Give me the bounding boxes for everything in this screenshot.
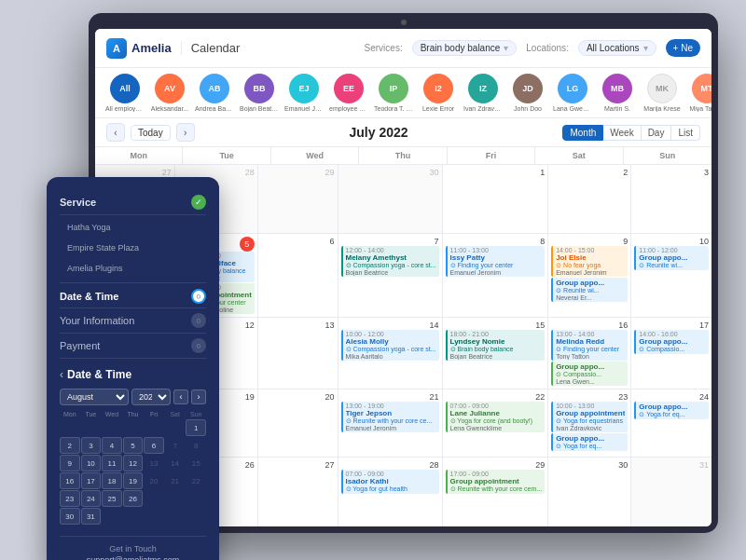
cal-event[interactable]: 11:00 - 13:00 Issy Patty ⊙ Finding your … xyxy=(446,246,546,277)
cal-cell: 30 xyxy=(338,165,443,234)
cal-event[interactable]: Group appo... ⊙ Yoga for eq... xyxy=(551,433,628,451)
list-view-button[interactable]: List xyxy=(671,125,700,141)
locations-filter[interactable]: All Locations ▾ xyxy=(578,40,656,56)
cal-event[interactable]: Group appo... ⊙ Compassio... Lena Gwen..… xyxy=(551,362,628,386)
cal-event[interactable]: 13:00 - 14:00 Melinda Redd ⊙ Finding you… xyxy=(551,330,628,361)
step-empire-state: Empire State Plaza xyxy=(60,236,206,256)
cal-day-31[interactable]: 31 xyxy=(81,508,102,525)
cal-cell: 29 xyxy=(258,165,338,234)
cal-cell[interactable]: 29 17:00 - 09:00 Group appointment ⊙ Reu… xyxy=(443,458,549,526)
month-view-button[interactable]: Month xyxy=(562,125,603,141)
employee-item[interactable]: JD John Doo xyxy=(509,74,546,112)
prev-cal-button[interactable]: ‹ xyxy=(173,389,188,404)
support-email[interactable]: support@ameliatms.com xyxy=(60,555,206,560)
cal-day-18[interactable]: 18 xyxy=(102,472,122,489)
cal-cell[interactable]: 8 11:00 - 13:00 Issy Patty ⊙ Finding you… xyxy=(443,234,549,318)
cal-cell[interactable]: 21 13:00 - 19:00 Tiger Jepson ⊙ Reunite … xyxy=(338,389,443,458)
view-buttons: Month Week Day List xyxy=(562,125,700,141)
cal-cell: 2 xyxy=(548,165,631,234)
step-payment[interactable]: Payment ○ xyxy=(60,334,206,359)
step-amelia-plugins: Amelia Plugins xyxy=(60,256,206,283)
employee-item[interactable]: LG Lana Gwem... xyxy=(554,74,591,112)
cal-cell[interactable]: 23 10:00 - 13:00 Group appointment ⊙ Yog… xyxy=(548,389,631,458)
day-header: Tue xyxy=(183,147,270,164)
services-filter[interactable]: Brain body balance ▾ xyxy=(412,40,518,56)
cal-event[interactable]: 17:00 - 09:00 Group appointment ⊙ Reunit… xyxy=(446,470,546,494)
app-logo: A Amelia xyxy=(106,38,172,59)
cal-cell[interactable]: 17 14:00 - 16:00 Group appo... ⊙ Compass… xyxy=(631,318,711,389)
employee-item[interactable]: AV Aleksandar... xyxy=(151,74,188,112)
cal-event[interactable]: 14:00 - 16:00 Group appo... ⊙ Compassio.… xyxy=(634,330,709,354)
employee-item[interactable]: IZ Ivan Zdravk... xyxy=(464,74,502,112)
cal-cell: 3 xyxy=(631,165,711,234)
cal-day-6[interactable]: 6 xyxy=(144,437,164,454)
employee-item[interactable]: MT Miya Tatboy xyxy=(688,74,711,112)
employee-row: All All employees AV Aleksandar... AB An… xyxy=(95,68,711,118)
cal-cell[interactable]: 7 12:00 - 14:00 Melany Amethyst ⊙ Compas… xyxy=(338,234,443,318)
cal-cell[interactable]: 16 13:00 - 14:00 Melinda Redd ⊙ Finding … xyxy=(548,318,631,389)
employee-item[interactable]: I2 Lexie Error xyxy=(420,74,457,112)
cal-cell[interactable]: 15 18:00 - 21:00 Lyndsey Nomie ⊙ Brain b… xyxy=(443,318,549,389)
cal-event[interactable]: Group appo... ⊙ Reunite wi... Neverai Er… xyxy=(551,278,628,302)
day-view-button[interactable]: Day xyxy=(642,125,672,141)
employee-item[interactable]: EJ Emanuel Jer... xyxy=(285,74,323,112)
cal-event[interactable]: 10:00 - 12:00 Alesia Molly ⊙ Compassion … xyxy=(341,330,439,361)
step-datetime[interactable]: Date & Time ○ xyxy=(60,283,206,308)
cal-day-19[interactable]: 19 xyxy=(123,472,144,489)
cal-event[interactable]: 14:00 - 15:00 Joi Elsie ⊙ No fear yoga E… xyxy=(551,246,628,277)
employee-item[interactable]: MB Martin S. xyxy=(599,74,636,112)
cal-day-10[interactable]: 10 xyxy=(81,455,102,471)
cal-event[interactable]: 13:00 - 19:00 Tiger Jepson ⊙ Reunite wit… xyxy=(341,402,439,432)
cal-event[interactable]: 12:00 - 14:00 Melany Amethyst ⊙ Compassi… xyxy=(341,246,439,277)
next-month-button[interactable]: › xyxy=(176,123,195,142)
widget-footer: Get in Touch support@ameliatms.com xyxy=(60,536,206,560)
prev-month-button[interactable]: ‹ xyxy=(106,123,125,142)
employee-item[interactable]: MK Marija Krese xyxy=(643,74,681,112)
cal-cell[interactable]: 9 14:00 - 15:00 Joi Elsie ⊙ No fear yoga… xyxy=(548,234,631,318)
cal-day-2[interactable]: 2 xyxy=(60,437,80,454)
app-header: A Amelia Calendar Services: Brain body b… xyxy=(95,29,711,68)
cal-day-1[interactable]: 1 xyxy=(186,419,206,436)
cal-cell[interactable]: 14 10:00 - 12:00 Alesia Molly ⊙ Compassi… xyxy=(338,318,443,389)
employee-item[interactable]: IP Teodora T. Emily Eme xyxy=(375,74,412,112)
today-button[interactable]: Today xyxy=(131,125,171,141)
cal-day-23[interactable]: 23 xyxy=(60,490,80,507)
cal-day-5[interactable]: 5 xyxy=(123,437,144,454)
cal-day-30[interactable]: 30 xyxy=(60,508,80,525)
cal-day-3[interactable]: 3 xyxy=(81,437,102,454)
step-your-info[interactable]: Your Information ○ xyxy=(60,308,206,334)
locations-label: Locations: xyxy=(526,43,569,53)
prev-month-widget-button[interactable]: ‹ xyxy=(60,368,63,381)
cal-day-17[interactable]: 17 xyxy=(81,472,102,489)
cal-day-16[interactable]: 16 xyxy=(60,472,80,489)
employee-item[interactable]: BB Bojan Beatrics xyxy=(241,74,278,112)
cal-event[interactable]: 07:00 - 09:00 Lane Julianne ⊙ Yoga for c… xyxy=(446,402,546,432)
cal-cell[interactable]: 22 07:00 - 09:00 Lane Julianne ⊙ Yoga fo… xyxy=(443,389,549,458)
new-button[interactable]: + Ne xyxy=(666,39,700,57)
cal-day-11[interactable]: 11 xyxy=(102,455,122,471)
cal-cell[interactable]: 28 07:00 - 09:00 Isador Kathi ⊙ Yoga for… xyxy=(338,458,443,526)
cal-day-24[interactable]: 24 xyxy=(81,490,102,507)
cal-day-12[interactable]: 12 xyxy=(123,455,144,471)
step-hatha-yoga: Hatha Yoga xyxy=(60,215,206,236)
cal-cell[interactable]: 24 Group appo... ⊙ Yoga for eq... xyxy=(631,389,711,458)
cal-day-26[interactable]: 26 xyxy=(123,490,144,507)
next-cal-button[interactable]: › xyxy=(191,389,206,404)
month-select[interactable]: August xyxy=(60,389,129,405)
cal-event[interactable]: 18:00 - 21:00 Lyndsey Nomie ⊙ Brain body… xyxy=(446,330,546,361)
cal-day-25[interactable]: 25 xyxy=(102,490,122,507)
cal-day-9[interactable]: 9 xyxy=(60,455,80,471)
cal-cell[interactable]: 10 11:00 - 12:00 Group appo... ⊙ Reunite… xyxy=(631,234,711,318)
week-view-button[interactable]: Week xyxy=(603,125,641,141)
cal-event[interactable]: 10:00 - 13:00 Group appointment ⊙ Yoga f… xyxy=(551,402,628,432)
cal-event[interactable]: Group appo... ⊙ Yoga for eq... xyxy=(634,402,709,419)
employee-item[interactable]: EE employee e... xyxy=(330,74,367,112)
cal-cell: 1 xyxy=(443,165,549,234)
employee-item[interactable]: All All employees xyxy=(106,74,144,112)
cal-event[interactable]: 07:00 - 09:00 Isador Kathi ⊙ Yoga for gu… xyxy=(341,470,439,494)
cal-day-4[interactable]: 4 xyxy=(102,437,122,454)
cal-event[interactable]: 11:00 - 12:00 Group appo... ⊙ Reunite wi… xyxy=(634,246,709,270)
year-select[interactable]: 2021 xyxy=(131,389,171,405)
step-service[interactable]: Service ✓ xyxy=(60,190,206,215)
employee-item[interactable]: AB Andrea Barber xyxy=(196,74,233,112)
